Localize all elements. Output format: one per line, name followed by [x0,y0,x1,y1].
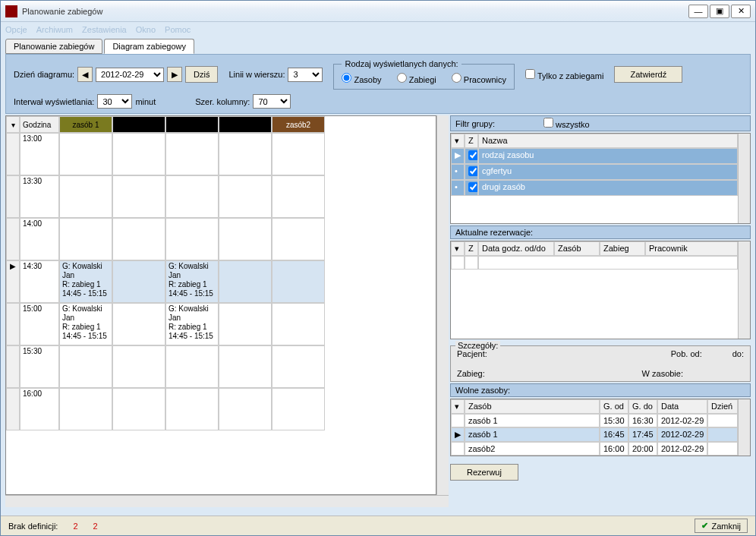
schedule-cell[interactable] [165,388,219,430]
close-window-button[interactable]: ✕ [731,5,751,18]
radio-treatments[interactable]: Zabiegi [397,73,436,84]
menu-item[interactable]: Okno [136,25,156,34]
res-indicator-col[interactable]: ▾ [451,241,465,256]
schedule-cell[interactable] [165,218,219,260]
filter-vscroll[interactable] [738,134,750,223]
free-row[interactable]: ▶ zasób 1 16:45 17:45 2012-02-29 [451,427,738,442]
schedule-cell[interactable] [59,388,112,430]
free-vscroll[interactable] [738,399,750,456]
schedule-cell[interactable] [112,345,165,388]
schedule-cell[interactable] [59,345,112,388]
schedule-cell[interactable] [219,303,272,345]
lines-select[interactable]: 3 [288,68,323,82]
schedule-cell[interactable] [272,175,325,218]
display-type-group: Rodzaj wyświetlanych danych: Zasoby Zabi… [333,59,515,90]
schedule-cell[interactable] [165,175,219,218]
schedule-cell[interactable] [219,388,272,430]
schedule-cell[interactable] [59,218,112,260]
schedule-cell[interactable] [112,175,165,218]
schedule-vscroll[interactable] [436,115,449,495]
appointment-cell[interactable]: G: Kowalski Jan R: zabieg 1 14:45 - 15:1… [165,303,219,345]
free-date-col[interactable]: Data [657,399,707,414]
schedule-cell[interactable] [272,218,325,260]
resource-header[interactable] [112,116,165,133]
date-select[interactable]: 2012-02-29 [96,68,164,82]
schedule-cell[interactable] [112,388,165,430]
schedule-cell[interactable] [219,133,272,175]
schedule-cell[interactable] [272,345,325,388]
filter-name-col[interactable]: Nazwa [478,134,738,148]
today-button[interactable]: Dziś [185,66,218,83]
resource-header[interactable] [219,116,272,133]
minimize-button[interactable]: — [688,5,708,18]
schedule-cell[interactable] [219,218,272,260]
schedule-cell[interactable] [272,388,325,430]
schedule-hscroll[interactable] [5,495,449,507]
schedule-cell[interactable] [112,133,165,175]
only-with-checkbox[interactable]: Tylko z zabiegami [525,69,603,80]
colw-select[interactable]: 70 [253,94,291,109]
menu-item[interactable]: Zestawienia [82,25,127,34]
filter-z-col[interactable]: Z [465,134,478,148]
filter-grid[interactable]: ▾ Z Nazwa ▶ rodzaj zasobu • cgfertyu • [450,133,751,224]
radio-resources[interactable]: Zasoby [342,73,381,84]
filter-row[interactable]: ▶ rodzaj zasobu [451,148,738,164]
free-to-col[interactable]: G. do [628,399,657,414]
filter-row[interactable]: • cgfertyu [451,164,738,180]
maximize-button[interactable]: ▣ [710,5,729,18]
free-day-col[interactable]: Dzień [707,399,738,414]
tab-diagram[interactable]: Diagram zabiegowy [104,39,194,54]
free-resource-col[interactable]: Zasób [465,399,600,414]
schedule-cell[interactable] [219,260,272,303]
interval-select[interactable]: 30 [97,94,132,109]
filter-indicator-col[interactable]: ▾ [451,134,465,148]
filter-row[interactable]: • drugi zasób [451,180,738,196]
tab-planning[interactable]: Planowanie zabiegów [5,39,102,54]
prev-day-button[interactable]: ◀ [77,67,93,82]
tab-bar: Planowanie zabiegów Diagram zabiegowy [1,37,755,54]
schedule-cell[interactable] [272,133,325,175]
details-to-label: do: [732,349,744,358]
schedule-cell[interactable] [272,303,325,345]
reservations-grid[interactable]: ▾ Z Data godz. od/do Zasób Zabieg Pracow… [450,241,751,339]
free-grid[interactable]: ▾ Zasób G. od G. do Data Dzień zasób 1 1… [450,399,751,456]
free-row[interactable]: zasób2 16:00 20:00 2012-02-29 [451,442,738,456]
res-resource-col[interactable]: Zasób [554,241,600,256]
confirm-button[interactable]: Zatwierdź [614,66,682,83]
schedule-cell[interactable] [165,345,219,388]
close-button[interactable]: ✔ Zamknij [695,519,748,533]
resource-header[interactable]: zasób 1 [59,116,112,133]
schedule-cell[interactable] [165,133,219,175]
all-checkbox[interactable]: wszystko [543,118,590,129]
reservations-vscroll[interactable] [738,241,750,339]
schedule-cell[interactable] [112,303,165,345]
res-z-col[interactable]: Z [465,241,478,256]
menu-item[interactable]: Opcje [5,25,27,34]
res-dt-col[interactable]: Data godz. od/do [478,241,554,256]
resource-header[interactable] [165,116,219,133]
grid-corner[interactable]: ▾ [6,116,20,133]
schedule-grid[interactable]: ▾ Godzina zasób 1 zasób2 13:00 [5,115,436,495]
appointment-cell[interactable]: G: Kowalski Jan R: zabieg 1 14:45 - 15:1… [59,303,112,345]
free-indicator-col[interactable]: ▾ [451,399,465,414]
menu-item[interactable]: Archiwum [36,25,73,34]
free-row[interactable]: zasób 1 15:30 16:30 2012-02-29 [451,414,738,427]
res-treatment-col[interactable]: Zabieg [600,241,645,256]
resource-header[interactable]: zasób2 [272,116,325,133]
hour-cell: 14:00 [20,218,59,260]
free-from-col[interactable]: G. od [600,399,628,414]
reserve-button[interactable]: Rezerwuj [450,464,518,481]
schedule-cell[interactable] [112,218,165,260]
schedule-cell[interactable] [112,260,165,303]
schedule-cell[interactable] [59,133,112,175]
res-staff-col[interactable]: Pracownik [645,241,738,256]
menu-item[interactable]: Pomoc [165,25,191,34]
schedule-cell[interactable] [59,175,112,218]
radio-staff[interactable]: Pracownicy [452,73,506,84]
appointment-cell[interactable]: G: Kowalski Jan R: zabieg 1 14:45 - 15:1… [165,260,219,303]
appointment-cell[interactable]: G: Kowalski Jan R: zabieg 1 14:45 - 15:1… [59,260,112,303]
schedule-cell[interactable] [272,260,325,303]
schedule-cell[interactable] [219,345,272,388]
schedule-cell[interactable] [219,175,272,218]
next-day-button[interactable]: ▶ [167,67,182,82]
